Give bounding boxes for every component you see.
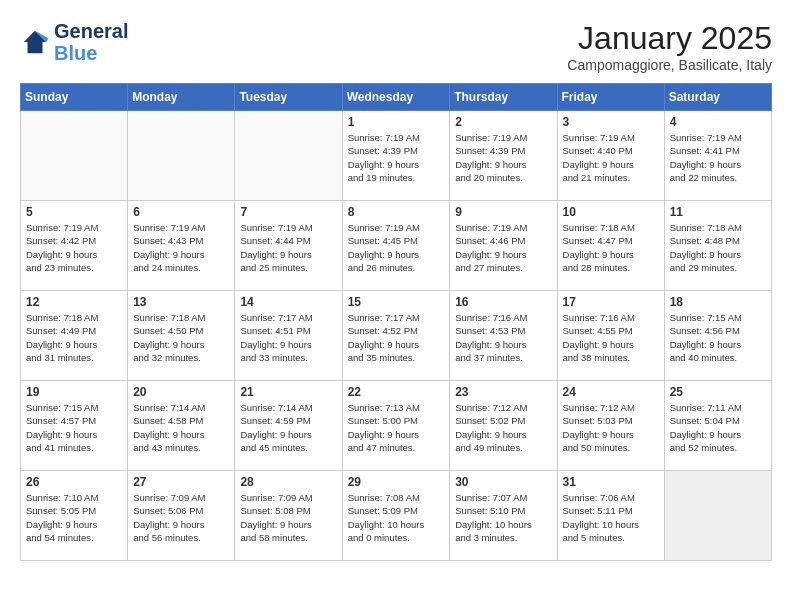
day-number: 25 bbox=[670, 385, 766, 399]
col-thursday: Thursday bbox=[450, 84, 557, 111]
logo-text-line1: General bbox=[54, 20, 128, 42]
day-info: Sunrise: 7:19 AM Sunset: 4:39 PM Dayligh… bbox=[455, 131, 551, 184]
table-row: 5Sunrise: 7:19 AM Sunset: 4:42 PM Daylig… bbox=[21, 201, 128, 291]
day-number: 14 bbox=[240, 295, 336, 309]
col-saturday: Saturday bbox=[664, 84, 771, 111]
day-number: 22 bbox=[348, 385, 445, 399]
table-row: 28Sunrise: 7:09 AM Sunset: 5:08 PM Dayli… bbox=[235, 471, 342, 561]
day-info: Sunrise: 7:16 AM Sunset: 4:55 PM Dayligh… bbox=[563, 311, 659, 364]
day-number: 11 bbox=[670, 205, 766, 219]
day-number: 4 bbox=[670, 115, 766, 129]
day-info: Sunrise: 7:19 AM Sunset: 4:44 PM Dayligh… bbox=[240, 221, 336, 274]
col-monday: Monday bbox=[128, 84, 235, 111]
table-row bbox=[664, 471, 771, 561]
table-row: 12Sunrise: 7:18 AM Sunset: 4:49 PM Dayli… bbox=[21, 291, 128, 381]
day-number: 23 bbox=[455, 385, 551, 399]
day-number: 13 bbox=[133, 295, 229, 309]
table-row bbox=[235, 111, 342, 201]
day-info: Sunrise: 7:11 AM Sunset: 5:04 PM Dayligh… bbox=[670, 401, 766, 454]
day-info: Sunrise: 7:19 AM Sunset: 4:46 PM Dayligh… bbox=[455, 221, 551, 274]
calendar-week-row: 19Sunrise: 7:15 AM Sunset: 4:57 PM Dayli… bbox=[21, 381, 772, 471]
day-number: 24 bbox=[563, 385, 659, 399]
table-row: 19Sunrise: 7:15 AM Sunset: 4:57 PM Dayli… bbox=[21, 381, 128, 471]
table-row: 9Sunrise: 7:19 AM Sunset: 4:46 PM Daylig… bbox=[450, 201, 557, 291]
day-number: 1 bbox=[348, 115, 445, 129]
table-row: 13Sunrise: 7:18 AM Sunset: 4:50 PM Dayli… bbox=[128, 291, 235, 381]
day-info: Sunrise: 7:12 AM Sunset: 5:03 PM Dayligh… bbox=[563, 401, 659, 454]
day-number: 26 bbox=[26, 475, 122, 489]
day-info: Sunrise: 7:09 AM Sunset: 5:08 PM Dayligh… bbox=[240, 491, 336, 544]
day-number: 7 bbox=[240, 205, 336, 219]
table-row: 17Sunrise: 7:16 AM Sunset: 4:55 PM Dayli… bbox=[557, 291, 664, 381]
day-number: 17 bbox=[563, 295, 659, 309]
day-number: 12 bbox=[26, 295, 122, 309]
day-info: Sunrise: 7:18 AM Sunset: 4:50 PM Dayligh… bbox=[133, 311, 229, 364]
day-number: 20 bbox=[133, 385, 229, 399]
day-number: 10 bbox=[563, 205, 659, 219]
calendar-week-row: 12Sunrise: 7:18 AM Sunset: 4:49 PM Dayli… bbox=[21, 291, 772, 381]
table-row: 4Sunrise: 7:19 AM Sunset: 4:41 PM Daylig… bbox=[664, 111, 771, 201]
calendar-week-row: 1Sunrise: 7:19 AM Sunset: 4:39 PM Daylig… bbox=[21, 111, 772, 201]
table-row: 21Sunrise: 7:14 AM Sunset: 4:59 PM Dayli… bbox=[235, 381, 342, 471]
day-info: Sunrise: 7:18 AM Sunset: 4:47 PM Dayligh… bbox=[563, 221, 659, 274]
table-row: 22Sunrise: 7:13 AM Sunset: 5:00 PM Dayli… bbox=[342, 381, 450, 471]
day-info: Sunrise: 7:07 AM Sunset: 5:10 PM Dayligh… bbox=[455, 491, 551, 544]
table-row: 16Sunrise: 7:16 AM Sunset: 4:53 PM Dayli… bbox=[450, 291, 557, 381]
day-info: Sunrise: 7:18 AM Sunset: 4:48 PM Dayligh… bbox=[670, 221, 766, 274]
day-number: 29 bbox=[348, 475, 445, 489]
day-info: Sunrise: 7:08 AM Sunset: 5:09 PM Dayligh… bbox=[348, 491, 445, 544]
calendar-header-row: Sunday Monday Tuesday Wednesday Thursday… bbox=[21, 84, 772, 111]
table-row: 30Sunrise: 7:07 AM Sunset: 5:10 PM Dayli… bbox=[450, 471, 557, 561]
table-row: 23Sunrise: 7:12 AM Sunset: 5:02 PM Dayli… bbox=[450, 381, 557, 471]
col-friday: Friday bbox=[557, 84, 664, 111]
day-info: Sunrise: 7:15 AM Sunset: 4:57 PM Dayligh… bbox=[26, 401, 122, 454]
day-number: 30 bbox=[455, 475, 551, 489]
calendar-week-row: 26Sunrise: 7:10 AM Sunset: 5:05 PM Dayli… bbox=[21, 471, 772, 561]
day-number: 18 bbox=[670, 295, 766, 309]
table-row: 7Sunrise: 7:19 AM Sunset: 4:44 PM Daylig… bbox=[235, 201, 342, 291]
day-info: Sunrise: 7:13 AM Sunset: 5:00 PM Dayligh… bbox=[348, 401, 445, 454]
day-number: 16 bbox=[455, 295, 551, 309]
table-row: 14Sunrise: 7:17 AM Sunset: 4:51 PM Dayli… bbox=[235, 291, 342, 381]
table-row: 18Sunrise: 7:15 AM Sunset: 4:56 PM Dayli… bbox=[664, 291, 771, 381]
day-number: 8 bbox=[348, 205, 445, 219]
day-info: Sunrise: 7:14 AM Sunset: 4:59 PM Dayligh… bbox=[240, 401, 336, 454]
table-row: 15Sunrise: 7:17 AM Sunset: 4:52 PM Dayli… bbox=[342, 291, 450, 381]
table-row: 1Sunrise: 7:19 AM Sunset: 4:39 PM Daylig… bbox=[342, 111, 450, 201]
col-wednesday: Wednesday bbox=[342, 84, 450, 111]
logo-icon bbox=[20, 27, 50, 57]
day-info: Sunrise: 7:16 AM Sunset: 4:53 PM Dayligh… bbox=[455, 311, 551, 364]
calendar-table: Sunday Monday Tuesday Wednesday Thursday… bbox=[20, 83, 772, 561]
day-info: Sunrise: 7:06 AM Sunset: 5:11 PM Dayligh… bbox=[563, 491, 659, 544]
table-row: 3Sunrise: 7:19 AM Sunset: 4:40 PM Daylig… bbox=[557, 111, 664, 201]
table-row: 11Sunrise: 7:18 AM Sunset: 4:48 PM Dayli… bbox=[664, 201, 771, 291]
day-info: Sunrise: 7:19 AM Sunset: 4:42 PM Dayligh… bbox=[26, 221, 122, 274]
month-title: January 2025 bbox=[567, 20, 772, 57]
day-info: Sunrise: 7:19 AM Sunset: 4:41 PM Dayligh… bbox=[670, 131, 766, 184]
col-tuesday: Tuesday bbox=[235, 84, 342, 111]
logo: General Blue bbox=[20, 20, 128, 64]
table-row: 24Sunrise: 7:12 AM Sunset: 5:03 PM Dayli… bbox=[557, 381, 664, 471]
table-row: 6Sunrise: 7:19 AM Sunset: 4:43 PM Daylig… bbox=[128, 201, 235, 291]
location-subtitle: Campomaggiore, Basilicate, Italy bbox=[567, 57, 772, 73]
day-number: 6 bbox=[133, 205, 229, 219]
day-number: 31 bbox=[563, 475, 659, 489]
logo-text-line2: Blue bbox=[54, 42, 128, 64]
day-info: Sunrise: 7:18 AM Sunset: 4:49 PM Dayligh… bbox=[26, 311, 122, 364]
day-info: Sunrise: 7:12 AM Sunset: 5:02 PM Dayligh… bbox=[455, 401, 551, 454]
col-sunday: Sunday bbox=[21, 84, 128, 111]
day-number: 9 bbox=[455, 205, 551, 219]
table-row bbox=[21, 111, 128, 201]
page-header: General Blue January 2025 Campomaggiore,… bbox=[20, 20, 772, 73]
day-number: 3 bbox=[563, 115, 659, 129]
table-row: 20Sunrise: 7:14 AM Sunset: 4:58 PM Dayli… bbox=[128, 381, 235, 471]
day-info: Sunrise: 7:15 AM Sunset: 4:56 PM Dayligh… bbox=[670, 311, 766, 364]
table-row: 29Sunrise: 7:08 AM Sunset: 5:09 PM Dayli… bbox=[342, 471, 450, 561]
day-info: Sunrise: 7:17 AM Sunset: 4:51 PM Dayligh… bbox=[240, 311, 336, 364]
day-info: Sunrise: 7:19 AM Sunset: 4:40 PM Dayligh… bbox=[563, 131, 659, 184]
table-row: 10Sunrise: 7:18 AM Sunset: 4:47 PM Dayli… bbox=[557, 201, 664, 291]
table-row: 8Sunrise: 7:19 AM Sunset: 4:45 PM Daylig… bbox=[342, 201, 450, 291]
day-info: Sunrise: 7:19 AM Sunset: 4:39 PM Dayligh… bbox=[348, 131, 445, 184]
day-number: 19 bbox=[26, 385, 122, 399]
svg-marker-0 bbox=[24, 31, 47, 54]
